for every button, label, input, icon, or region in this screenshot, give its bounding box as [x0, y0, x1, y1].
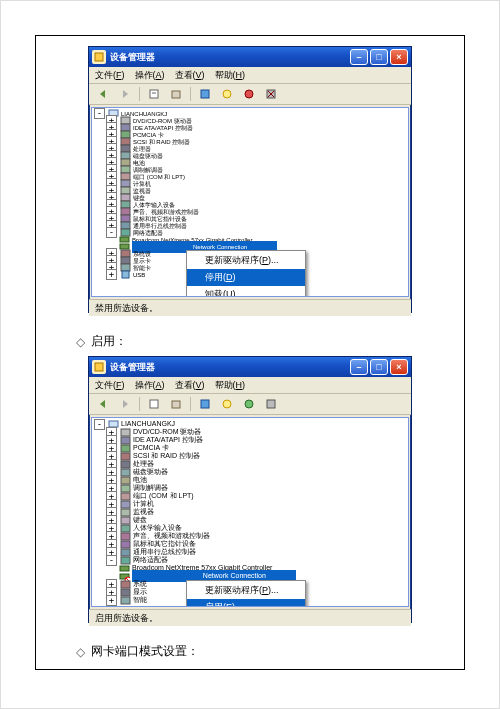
minimize-button[interactable]: –	[350, 49, 368, 65]
menu-action[interactable]: 操作(A)	[135, 69, 165, 82]
svg-rect-34	[122, 271, 129, 278]
scan-icon[interactable]	[219, 396, 235, 412]
back-icon[interactable]	[95, 396, 111, 412]
print-icon[interactable]	[197, 86, 213, 102]
doc-caption-nic-mode: ◇ 网卡端口模式设置：	[76, 637, 464, 662]
close-button[interactable]: ×	[390, 359, 408, 375]
svg-point-5	[223, 90, 231, 98]
titlebar[interactable]: 设备管理器 – □ ×	[89, 47, 411, 67]
context-menu: 更新驱动程序(P)... 停用(D) 卸载(U) 扫描检测硬件改动(A) 属性(…	[186, 250, 306, 297]
uninstall-icon[interactable]	[263, 86, 279, 102]
svg-rect-3	[172, 91, 180, 98]
properties-icon[interactable]	[146, 396, 162, 412]
refresh-icon[interactable]	[168, 86, 184, 102]
menubar: 文件(F) 操作(A) 查看(V) 帮助(H)	[89, 377, 411, 394]
svg-rect-37	[172, 401, 180, 408]
screenshot-1-wrap: 设备管理器 – □ × 文件(F) 操作(A) 查看(V) 帮助(H)	[36, 42, 464, 327]
menu-help[interactable]: 帮助(H)	[215, 69, 246, 82]
minimize-button[interactable]: –	[350, 359, 368, 375]
svg-rect-36	[150, 400, 158, 408]
close-button[interactable]: ×	[390, 49, 408, 65]
toolbar	[89, 394, 411, 415]
status-text: 禁用所选设备。	[95, 302, 158, 315]
app-icon	[92, 360, 106, 374]
status-bar: 禁用所选设备。	[89, 299, 411, 316]
toolbar	[89, 84, 411, 105]
app-icon	[92, 50, 106, 64]
ctx-disable[interactable]: 停用(D)	[187, 269, 305, 286]
print-icon[interactable]	[197, 396, 213, 412]
refresh-icon[interactable]	[168, 396, 184, 412]
usb-icon	[119, 269, 131, 281]
svg-point-40	[245, 400, 253, 408]
diamond-bullet-icon: ◇	[76, 645, 85, 659]
maximize-button[interactable]: □	[370, 359, 388, 375]
enable-icon[interactable]	[241, 396, 257, 412]
svg-rect-35	[95, 363, 103, 371]
device-manager-window-2: 设备管理器 – □ × 文件(F) 操作(A) 查看(V) 帮助(H)	[88, 356, 412, 623]
back-icon[interactable]	[95, 86, 111, 102]
device-tree[interactable]: - LIANCHUANGKJ +DVD/CD-ROM 驱动器+IDE ATA/A…	[92, 418, 408, 606]
tree-area: - LIANCHUANGKJ +DVD/CD-ROM 驱动器+IDE ATA/A…	[91, 107, 409, 297]
menu-view[interactable]: 查看(V)	[175, 69, 205, 82]
window-title: 设备管理器	[110, 51, 350, 64]
ctx-update-driver[interactable]: 更新驱动程序(P)...	[187, 582, 305, 599]
menu-view[interactable]: 查看(V)	[175, 379, 205, 392]
svg-rect-38	[201, 400, 209, 408]
status-text: 启用所选设备。	[95, 612, 158, 625]
svg-rect-0	[95, 53, 103, 61]
diamond-bullet-icon: ◇	[76, 335, 85, 349]
menu-file[interactable]: 文件(F)	[95, 379, 125, 392]
disable-icon[interactable]	[241, 86, 257, 102]
svg-rect-4	[201, 90, 209, 98]
scan-icon[interactable]	[219, 86, 235, 102]
menu-action[interactable]: 操作(A)	[135, 379, 165, 392]
maximize-button[interactable]: □	[370, 49, 388, 65]
svg-rect-1	[150, 90, 158, 98]
doc-caption-enable: ◇ 启用：	[76, 327, 464, 352]
properties-icon[interactable]	[146, 86, 162, 102]
menu-file[interactable]: 文件(F)	[95, 69, 125, 82]
ctx-update-driver[interactable]: 更新驱动程序(P)...	[187, 252, 305, 269]
window-title: 设备管理器	[110, 361, 350, 374]
titlebar[interactable]: 设备管理器 – □ ×	[89, 357, 411, 377]
forward-icon[interactable]	[117, 396, 133, 412]
status-bar: 启用所选设备。	[89, 609, 411, 626]
forward-icon[interactable]	[117, 86, 133, 102]
device-manager-window-1: 设备管理器 – □ × 文件(F) 操作(A) 查看(V) 帮助(H)	[88, 46, 412, 313]
menubar: 文件(F) 操作(A) 查看(V) 帮助(H)	[89, 67, 411, 84]
expand-icon[interactable]: +	[106, 269, 117, 280]
context-menu: 更新驱动程序(P)... 启用(E) 卸载(U) 扫描检测硬件改动(A) 属性(…	[186, 580, 306, 607]
svg-point-39	[223, 400, 231, 408]
category-icon	[119, 594, 131, 606]
tree-item-label: 智能	[133, 594, 147, 606]
screenshot-2-wrap: 设备管理器 – □ × 文件(F) 操作(A) 查看(V) 帮助(H)	[36, 352, 464, 637]
ctx-enable[interactable]: 启用(E)	[187, 599, 305, 607]
svg-rect-41	[267, 400, 275, 408]
tree-item-label: USB	[133, 269, 145, 281]
svg-rect-67	[121, 597, 130, 604]
ctx-uninstall[interactable]: 卸载(U)	[187, 286, 305, 297]
menu-help[interactable]: 帮助(H)	[215, 379, 246, 392]
svg-point-6	[245, 90, 253, 98]
tree-area: - LIANCHUANGKJ +DVD/CD-ROM 驱动器+IDE ATA/A…	[91, 417, 409, 607]
uninstall-icon[interactable]	[263, 396, 279, 412]
expand-icon[interactable]: +	[106, 595, 117, 606]
